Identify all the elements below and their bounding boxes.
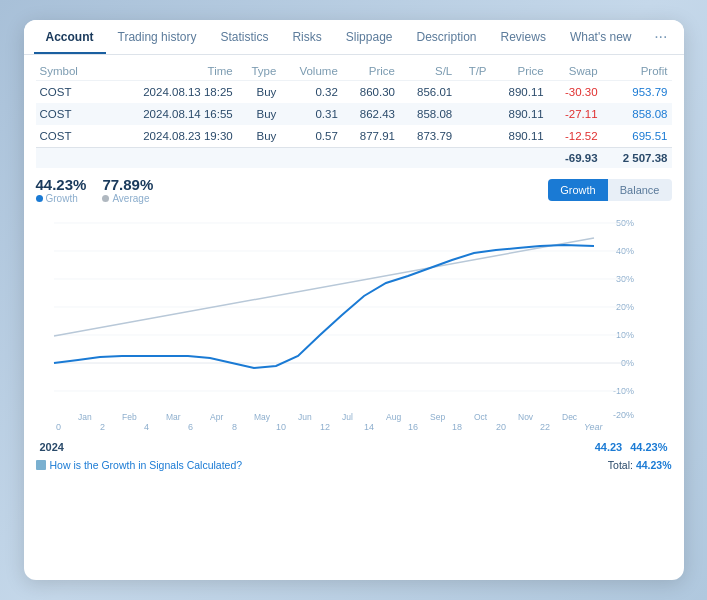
tab-statistics[interactable]: Statistics xyxy=(208,20,280,54)
col-swap: Swap xyxy=(548,61,602,81)
svg-line-40 xyxy=(54,238,594,336)
col-volume: Volume xyxy=(280,61,341,81)
tab-slippage[interactable]: Slippage xyxy=(334,20,405,54)
year-pct: 44.23% xyxy=(630,441,667,453)
year-value: 44.23 xyxy=(595,441,623,453)
svg-text:May: May xyxy=(254,412,271,422)
row2-volume: 0.31 xyxy=(280,103,341,125)
row1-price1: 860.30 xyxy=(342,81,399,104)
more-button[interactable]: ··· xyxy=(648,20,673,54)
svg-text:6: 6 xyxy=(188,422,193,432)
svg-text:Dec: Dec xyxy=(562,412,578,422)
svg-text:20: 20 xyxy=(496,422,506,432)
tab-account[interactable]: Account xyxy=(34,20,106,54)
row2-symbol: COST xyxy=(36,103,97,125)
svg-text:16: 16 xyxy=(408,422,418,432)
average-dot xyxy=(102,195,109,202)
chart-header: 44.23% Growth 77.89% Average Growth Bal xyxy=(36,176,672,204)
chart-footer: How is the Growth in Signals Calculated?… xyxy=(24,455,684,473)
col-empty xyxy=(97,61,108,81)
chart-buttons: Growth Balance xyxy=(548,179,671,201)
svg-text:Feb: Feb xyxy=(122,412,137,422)
col-tp: T/P xyxy=(456,61,490,81)
col-type: Type xyxy=(237,61,281,81)
row3-price1: 877.91 xyxy=(342,125,399,148)
row1-profit: 953.79 xyxy=(602,81,672,104)
growth-button[interactable]: Growth xyxy=(548,179,607,201)
svg-text:12: 12 xyxy=(320,422,330,432)
chart-stats: 44.23% Growth 77.89% Average xyxy=(36,176,154,204)
footer-link[interactable]: How is the Growth in Signals Calculated? xyxy=(36,459,243,471)
row3-profit: 695.51 xyxy=(602,125,672,148)
footer-link-text[interactable]: How is the Growth in Signals Calculated? xyxy=(50,459,243,471)
row3-type: Buy xyxy=(237,125,281,148)
row3-price2: 890.11 xyxy=(491,125,548,148)
svg-text:10: 10 xyxy=(276,422,286,432)
row2-empty xyxy=(97,103,108,125)
svg-text:Aug: Aug xyxy=(386,412,401,422)
col-sl: S/L xyxy=(399,61,456,81)
row3-empty xyxy=(97,125,108,148)
svg-text:Nov: Nov xyxy=(518,412,534,422)
svg-text:Oct: Oct xyxy=(474,412,488,422)
row1-sl: 856.01 xyxy=(399,81,456,104)
svg-text:Jul: Jul xyxy=(342,412,353,422)
growth-dot xyxy=(36,195,43,202)
row2-price1: 862.43 xyxy=(342,103,399,125)
row1-empty xyxy=(97,81,108,104)
svg-text:22: 22 xyxy=(540,422,550,432)
chart-svg: 50% 40% 30% 20% 10% 0% -10% -20% 0 2 xyxy=(36,208,672,438)
row1-volume: 0.32 xyxy=(280,81,341,104)
col-price1: Price xyxy=(342,61,399,81)
total-profit: 2 507.38 xyxy=(602,148,672,169)
year-label: 2024 xyxy=(40,441,64,453)
total-empty xyxy=(36,148,548,169)
tab-description[interactable]: Description xyxy=(405,20,489,54)
table-row: COST 2024.08.23 19:30 Buy 0.57 877.91 87… xyxy=(36,125,672,148)
row1-swap: -30.30 xyxy=(548,81,602,104)
row2-profit: 858.08 xyxy=(602,103,672,125)
row2-type: Buy xyxy=(237,103,281,125)
total-swap: -69.93 xyxy=(548,148,602,169)
svg-text:Jun: Jun xyxy=(298,412,312,422)
svg-text:Jan: Jan xyxy=(78,412,92,422)
col-time: Time xyxy=(108,61,237,81)
total-label: Total: xyxy=(608,459,633,471)
svg-text:8: 8 xyxy=(232,422,237,432)
average-value: 77.89% xyxy=(102,176,153,193)
row1-price2: 890.11 xyxy=(491,81,548,104)
row3-tp xyxy=(456,125,490,148)
table-row: COST 2024.08.14 16:55 Buy 0.31 862.43 85… xyxy=(36,103,672,125)
row2-swap: -27.11 xyxy=(548,103,602,125)
row3-sl: 873.79 xyxy=(399,125,456,148)
row3-swap: -12.52 xyxy=(548,125,602,148)
row2-time: 2024.08.14 16:55 xyxy=(108,103,237,125)
total-value: 44.23% xyxy=(636,459,672,471)
trade-table-section: Symbol Time Type Volume Price S/L T/P Pr… xyxy=(24,55,684,168)
col-profit: Profit xyxy=(602,61,672,81)
row1-tp xyxy=(456,81,490,104)
tab-risks[interactable]: Risks xyxy=(280,20,333,54)
tab-reviews[interactable]: Reviews xyxy=(489,20,558,54)
main-card: Account Trading history Statistics Risks… xyxy=(24,20,684,580)
growth-stat: 44.23% Growth xyxy=(36,176,87,204)
row2-sl: 858.08 xyxy=(399,103,456,125)
row1-type: Buy xyxy=(237,81,281,104)
tab-bar: Account Trading history Statistics Risks… xyxy=(24,20,684,55)
balance-button[interactable]: Balance xyxy=(608,179,672,201)
row2-price2: 890.11 xyxy=(491,103,548,125)
row1-symbol: COST xyxy=(36,81,97,104)
row1-time: 2024.08.13 18:25 xyxy=(108,81,237,104)
col-price2: Price xyxy=(491,61,548,81)
svg-text:2: 2 xyxy=(100,422,105,432)
tab-trading-history[interactable]: Trading history xyxy=(106,20,209,54)
svg-text:Year: Year xyxy=(584,422,604,432)
svg-text:14: 14 xyxy=(364,422,374,432)
row3-symbol: COST xyxy=(36,125,97,148)
svg-text:Mar: Mar xyxy=(166,412,181,422)
tab-whatsnew[interactable]: What's new xyxy=(558,20,644,54)
total-row: -69.93 2 507.38 xyxy=(36,148,672,169)
row2-tp xyxy=(456,103,490,125)
row3-time: 2024.08.23 19:30 xyxy=(108,125,237,148)
growth-value: 44.23% xyxy=(36,176,87,193)
